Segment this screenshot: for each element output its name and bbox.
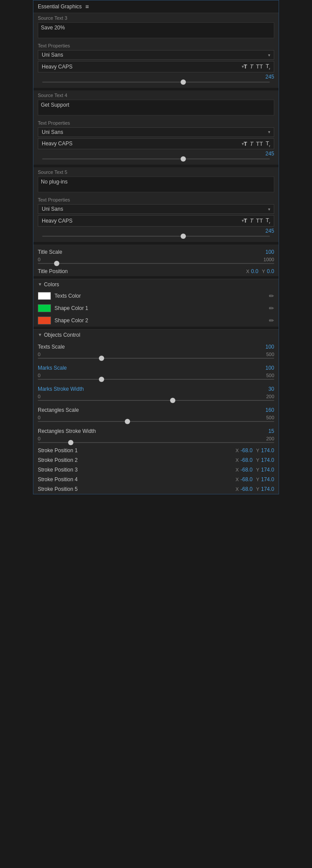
stroke-pos-1-label: Stroke Position 1 <box>38 447 232 454</box>
texts-scale-thumb[interactable] <box>99 356 104 361</box>
stroke-pos-1-x-value[interactable]: -68.0 <box>240 447 252 454</box>
font-dropdown-arrow-5[interactable]: ▾ <box>268 207 270 212</box>
text-props-5-label: Text Properties <box>38 197 274 202</box>
bold-icon-3[interactable]: T <box>244 63 247 70</box>
smallcaps-icon-3[interactable]: Tr <box>265 63 270 71</box>
rect-stroke-track[interactable] <box>38 442 274 443</box>
font-row-5[interactable]: Uni Sans ▾ <box>38 204 274 214</box>
rect-scale-block: Rectangles Scale 160 0 500 <box>33 403 279 425</box>
stroke-pos-3-y-value[interactable]: 174.0 <box>261 467 274 473</box>
rect-scale-thumb[interactable] <box>125 419 130 424</box>
title-position-y-value[interactable]: 0.0 <box>267 268 274 274</box>
slider-track-3[interactable] <box>42 82 270 83</box>
texts-color-swatch[interactable] <box>38 292 51 300</box>
font-dropdown-arrow-4[interactable]: ▾ <box>268 130 270 134</box>
font-size-slider-4 <box>38 158 274 162</box>
shape-color-2-swatch[interactable] <box>38 317 51 324</box>
style-name-3: Heavy CAPS <box>42 64 242 70</box>
marks-stroke-track[interactable] <box>38 400 274 401</box>
source-text-3-value: Save 20% <box>41 25 65 31</box>
title-scale-track[interactable] <box>38 263 274 264</box>
font-size-slider-5 <box>38 235 274 239</box>
font-row-3[interactable]: Uni Sans ▾ <box>38 50 274 60</box>
source-text-5-box[interactable]: No plug-ins <box>38 176 274 192</box>
stroke-pos-2-y-axis: Y <box>256 457 259 463</box>
colors-collapse-arrow[interactable]: ▼ <box>38 282 42 287</box>
stroke-pos-1-y-value[interactable]: 174.0 <box>261 447 274 454</box>
stroke-pos-1-x-pair: X -68.0 <box>236 447 253 454</box>
italic-icon-4[interactable]: T <box>250 140 254 147</box>
bold-icon-5[interactable]: T <box>244 217 247 224</box>
texts-scale-label: Texts Scale <box>38 344 65 350</box>
allcaps-icon-4[interactable]: TT <box>256 140 263 147</box>
stroke-pos-5-x-pair: X -68.0 <box>236 486 253 492</box>
rect-scale-slider <box>33 420 279 425</box>
smallcaps-icon-4[interactable]: Tr <box>265 140 270 148</box>
font-dropdown-arrow-3[interactable]: ▾ <box>268 53 270 58</box>
stroke-pos-5-x-axis: X <box>236 486 239 492</box>
rect-scale-row: Rectangles Scale 160 <box>33 405 279 415</box>
stroke-pos-5-y-value[interactable]: 174.0 <box>261 486 274 492</box>
slider-thumb-3[interactable] <box>181 79 186 85</box>
stroke-pos-4-y-axis: Y <box>256 477 259 482</box>
marks-stroke-block: Marks Stroke Width 30 0 200 <box>33 382 279 403</box>
stroke-pos-2-y-value[interactable]: 174.0 <box>261 457 274 463</box>
style-row-4[interactable]: Heavy CAPS ▾ T T TT Tr <box>38 138 274 150</box>
colors-section-header[interactable]: ▼ Colors <box>33 279 279 290</box>
style-row-3[interactable]: Heavy CAPS ▾ T T TT Tr <box>38 61 274 72</box>
allcaps-icon-5[interactable]: TT <box>256 217 263 224</box>
title-scale-block: Title Scale 100 0 1000 <box>33 245 279 267</box>
marks-scale-value: 100 <box>265 365 274 371</box>
objects-control-arrow[interactable]: ▼ <box>38 332 42 337</box>
rect-stroke-max: 200 <box>266 436 274 441</box>
marks-stroke-thumb[interactable] <box>170 398 175 403</box>
stroke-pos-5-row: Stroke Position 5 X -68.0 Y 174.0 <box>33 484 279 494</box>
stroke-pos-2-x-value[interactable]: -68.0 <box>240 457 252 463</box>
stroke-pos-3-x-value[interactable]: -68.0 <box>240 467 252 473</box>
slider-thumb-5[interactable] <box>181 234 186 239</box>
panel-menu-icon[interactable]: ≡ <box>85 3 89 10</box>
slider-track-5[interactable] <box>42 236 270 237</box>
marks-scale-row: Marks Scale 100 <box>33 363 279 373</box>
shape-color-1-eyedropper[interactable]: ✏ <box>269 305 274 312</box>
style-row-5[interactable]: Heavy CAPS ▾ T T TT Tr <box>38 215 274 227</box>
essential-graphics-panel: Essential Graphics ≡ Source Text 3 Save … <box>33 0 279 494</box>
shape-color-2-label: Shape Color 2 <box>54 317 265 324</box>
stroke-pos-5-x-value[interactable]: -68.0 <box>240 486 252 492</box>
stroke-pos-4-y-value[interactable]: 174.0 <box>261 476 274 483</box>
shape-color-2-eyedropper[interactable]: ✏ <box>269 317 274 324</box>
font-size-5: 245 <box>38 228 274 234</box>
title-scale-slider <box>33 262 279 267</box>
slider-track-4[interactable] <box>42 158 270 159</box>
texts-color-eyedropper[interactable]: ✏ <box>269 292 274 299</box>
stroke-pos-4-label: Stroke Position 4 <box>38 476 232 483</box>
source-text-4-section: Source Text 4 Get Support <box>33 90 279 118</box>
marks-scale-track[interactable] <box>38 379 274 380</box>
texts-scale-slider <box>33 357 279 361</box>
smallcaps-icon-5[interactable]: Tr <box>265 217 270 225</box>
font-row-4[interactable]: Uni Sans ▾ <box>38 127 274 137</box>
texts-scale-row: Texts Scale 100 <box>33 342 279 352</box>
italic-icon-3[interactable]: T <box>250 63 254 70</box>
texts-scale-track[interactable] <box>38 358 274 359</box>
objects-control-header[interactable]: ▼ Objects Control <box>33 329 279 340</box>
colors-items: Texts Color ✏ Shape Color 1 ✏ Shape Colo… <box>33 290 279 327</box>
text-props-3: Text Properties Uni Sans ▾ Heavy CAPS ▾ … <box>33 40 279 88</box>
title-scale-thumb[interactable] <box>54 261 59 266</box>
rect-stroke-label: Rectangles Stroke Width <box>38 428 96 434</box>
stroke-pos-4-x-value[interactable]: -68.0 <box>240 476 252 483</box>
rect-scale-track[interactable] <box>38 421 274 422</box>
slider-thumb-4[interactable] <box>181 156 186 162</box>
bold-icon-4[interactable]: T <box>244 140 247 147</box>
marks-scale-thumb[interactable] <box>99 377 104 382</box>
rect-stroke-thumb[interactable] <box>68 440 73 445</box>
italic-icon-5[interactable]: T <box>250 217 254 224</box>
title-position-x-value[interactable]: 0.0 <box>251 268 258 274</box>
shape-color-1-swatch[interactable] <box>38 304 51 312</box>
stroke-pos-2-label: Stroke Position 2 <box>38 457 232 463</box>
source-text-4-box[interactable]: Get Support <box>38 100 274 115</box>
source-text-3-box[interactable]: Save 20% <box>38 22 274 38</box>
marks-scale-block: Marks Scale 100 0 500 <box>33 361 279 382</box>
stroke-pos-3-x-pair: X -68.0 <box>236 467 253 473</box>
allcaps-icon-3[interactable]: TT <box>256 63 263 70</box>
